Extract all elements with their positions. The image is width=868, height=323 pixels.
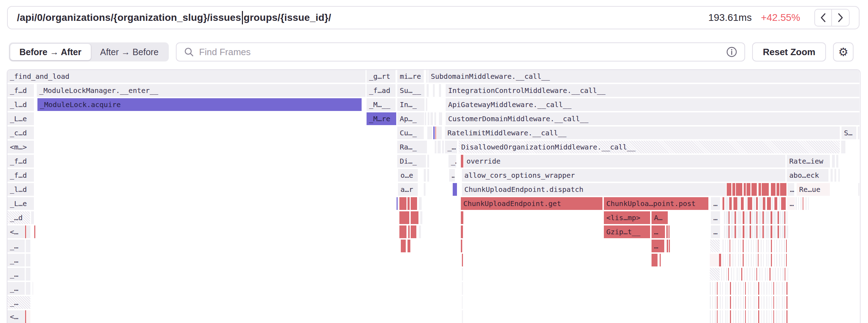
- flame-frame[interactable]: [751, 240, 752, 252]
- flame-frame[interactable]: [399, 211, 409, 224]
- flame-frame[interactable]: RatelimitMiddleware.__call__: [445, 127, 840, 139]
- flame-frame[interactable]: [752, 268, 753, 281]
- flame-frame[interactable]: [766, 296, 767, 309]
- flame-frame[interactable]: [764, 211, 765, 224]
- flame-frame[interactable]: [743, 310, 744, 323]
- flame-frame[interactable]: [769, 282, 769, 295]
- flame-frame[interactable]: [438, 141, 441, 153]
- flame-frame[interactable]: [743, 211, 744, 224]
- flame-frame[interactable]: [733, 197, 737, 210]
- flame-frame[interactable]: [730, 296, 731, 309]
- flame-frame[interactable]: [750, 310, 751, 323]
- flame-frame[interactable]: [462, 254, 463, 266]
- flame-frame[interactable]: [750, 225, 751, 238]
- flame-frame[interactable]: …: [652, 225, 665, 238]
- flame-frame[interactable]: [736, 225, 737, 238]
- flame-frame[interactable]: [725, 197, 729, 210]
- flame-frame[interactable]: [836, 155, 838, 168]
- flame-frame[interactable]: [771, 310, 772, 323]
- flame-frame[interactable]: [731, 268, 732, 281]
- flame-frame[interactable]: [782, 282, 783, 295]
- flame-frame[interactable]: _…: [7, 282, 25, 295]
- flame-frame[interactable]: [723, 197, 724, 210]
- flame-frame[interactable]: _L…e: [7, 112, 34, 125]
- flame-frame[interactable]: [750, 282, 751, 295]
- flame-frame[interactable]: [750, 211, 751, 224]
- flame-frame[interactable]: [666, 225, 668, 238]
- flame-frame[interactable]: [729, 225, 730, 238]
- flame-frame[interactable]: [781, 254, 782, 266]
- flame-frame[interactable]: [741, 296, 741, 309]
- flame-frame[interactable]: [773, 268, 773, 281]
- flame-frame[interactable]: _M…__: [367, 98, 396, 111]
- flame-frame[interactable]: [738, 282, 739, 295]
- flame-frame[interactable]: [775, 268, 776, 281]
- previous-button[interactable]: [814, 9, 832, 27]
- flame-frame[interactable]: [780, 211, 781, 224]
- flame-frame[interactable]: [408, 197, 410, 210]
- flame-frame[interactable]: [786, 211, 787, 224]
- flame-frame[interactable]: [740, 254, 741, 266]
- flame-frame[interactable]: [462, 268, 463, 281]
- flame-frame[interactable]: [758, 310, 759, 323]
- flame-frame[interactable]: [744, 183, 746, 196]
- flame-frame[interactable]: [766, 240, 767, 252]
- flame-frame[interactable]: [710, 296, 711, 309]
- flame-frame[interactable]: [781, 197, 786, 210]
- flame-frame[interactable]: [719, 254, 721, 266]
- flame-frame[interactable]: [759, 211, 762, 224]
- flame-frame[interactable]: [715, 296, 716, 309]
- flame-frame[interactable]: abo…eck: [787, 169, 828, 182]
- flame-frame[interactable]: [786, 282, 787, 295]
- flame-frame[interactable]: ChunkUploadEndpoint.get: [461, 197, 602, 210]
- flame-frame[interactable]: _l…d: [7, 98, 34, 111]
- flame-frame[interactable]: [781, 240, 782, 252]
- flame-frame[interactable]: S…: [842, 127, 856, 139]
- flame-frame[interactable]: [408, 225, 410, 238]
- flame-frame[interactable]: _…: [448, 155, 456, 168]
- flame-frame[interactable]: Su…__: [397, 84, 424, 97]
- flame-frame[interactable]: [430, 112, 433, 125]
- flame-frame[interactable]: [759, 268, 760, 281]
- flame-frame[interactable]: _…: [7, 254, 25, 266]
- flame-frame[interactable]: [761, 240, 762, 252]
- flame-frame[interactable]: [660, 254, 661, 266]
- flame-frame[interactable]: [722, 282, 723, 295]
- flame-frame[interactable]: [726, 268, 727, 281]
- flame-frame[interactable]: [423, 112, 424, 125]
- flame-frame[interactable]: [771, 296, 772, 309]
- flame-frame[interactable]: [765, 268, 766, 281]
- flame-frame[interactable]: [411, 225, 416, 238]
- flame-frame[interactable]: Cu…_: [397, 127, 424, 139]
- flame-frame[interactable]: mi…re: [397, 70, 424, 83]
- flame-frame[interactable]: [744, 268, 745, 281]
- flame-frame[interactable]: [767, 197, 771, 210]
- flame-frame[interactable]: [778, 268, 779, 281]
- flame-frame[interactable]: [423, 98, 424, 111]
- flame-frame[interactable]: [745, 225, 748, 238]
- flame-frame[interactable]: [758, 282, 759, 295]
- flame-frame[interactable]: [748, 197, 752, 210]
- flame-frame[interactable]: [779, 296, 779, 309]
- flame-frame[interactable]: [769, 296, 769, 309]
- flame-frame[interactable]: [26, 254, 30, 266]
- flame-frame[interactable]: [773, 282, 774, 295]
- flame-frame[interactable]: [748, 254, 749, 266]
- flame-frame[interactable]: [461, 225, 463, 238]
- flame-frame[interactable]: …: [652, 240, 664, 252]
- flame-frame[interactable]: [754, 296, 755, 309]
- flame-frame[interactable]: [26, 225, 30, 238]
- flame-frame[interactable]: [776, 254, 777, 266]
- flame-frame[interactable]: _f…d: [7, 169, 34, 182]
- flame-frame[interactable]: [717, 310, 718, 323]
- flame-frame[interactable]: …: [787, 197, 795, 210]
- flamegraph-panel[interactable]: _find_and_load_g…rtmi…reSubdomainMiddlew…: [7, 69, 861, 323]
- flame-frame[interactable]: [26, 240, 30, 252]
- flame-frame[interactable]: [740, 240, 741, 252]
- flame-frame[interactable]: [434, 112, 436, 125]
- flame-frame[interactable]: [756, 197, 758, 210]
- flame-frame[interactable]: …: [711, 211, 720, 224]
- flame-frame[interactable]: [785, 268, 785, 281]
- flame-frame[interactable]: [727, 254, 729, 266]
- flame-frame[interactable]: [771, 183, 775, 196]
